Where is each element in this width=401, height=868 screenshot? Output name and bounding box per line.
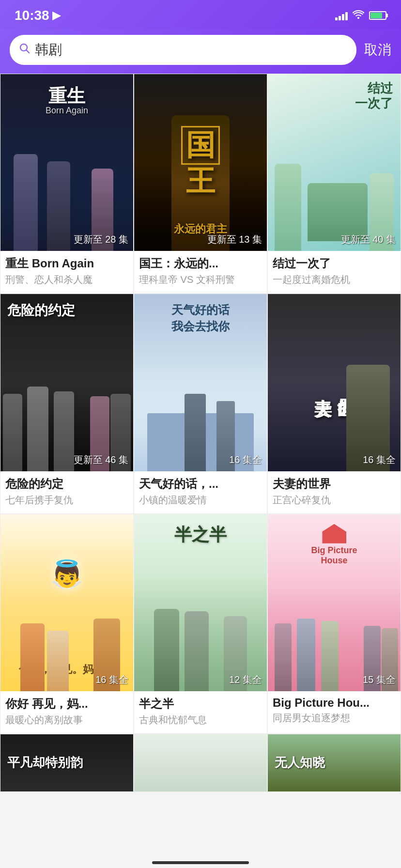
poster-1: 重生 Born Again 更新至 28 集 bbox=[0, 74, 133, 251]
wifi-icon bbox=[353, 10, 364, 21]
status-bar: 10:38 ▶ bbox=[0, 0, 401, 29]
drama-item-9[interactable]: Big Picture House 15 集全 Big Picture Hou.… bbox=[267, 514, 401, 734]
episode-badge-6: 16 集全 bbox=[363, 453, 396, 466]
info-6: 夫妻的世界 正宫心碎复仇 bbox=[268, 471, 401, 513]
drama-title-2: 国王：永远的... bbox=[139, 256, 262, 271]
drama-title-8: 半之半 bbox=[139, 696, 262, 712]
drama-item-6[interactable]: 夫妻的世界 16 集全 夫妻的世界 正宫心碎复仇 bbox=[267, 294, 401, 513]
search-input[interactable]: 韩剧 bbox=[35, 41, 347, 59]
episode-badge-4: 更新至 46 集 bbox=[74, 453, 128, 466]
search-input-wrapper[interactable]: 韩剧 bbox=[10, 35, 356, 65]
drama-title-1: 重生 Born Again bbox=[5, 256, 128, 271]
signal-bars bbox=[335, 11, 348, 20]
episode-badge-9: 15 集全 bbox=[363, 673, 396, 686]
svg-line-1 bbox=[27, 50, 30, 53]
drama-desc-1: 刑警、恋人和杀人魔 bbox=[5, 273, 128, 286]
scroll-indicator bbox=[152, 861, 249, 864]
drama-title-9: Big Picture Hou... bbox=[273, 696, 396, 710]
bottom-item-1[interactable]: 平凡却特别韵 bbox=[0, 734, 134, 792]
status-icons bbox=[335, 10, 386, 21]
poster-6: 夫妻的世界 16 集全 bbox=[268, 294, 401, 471]
bottom-title-1: 平凡却特别韵 bbox=[0, 734, 133, 791]
location-icon: ▶ bbox=[52, 9, 61, 22]
search-bar: 韩剧 取消 bbox=[0, 29, 401, 74]
bottom-title-3: 无人知晓 bbox=[268, 734, 401, 791]
drama-item-5[interactable]: 天气好的话我会去找你 16 集全 天气好的话，... 小镇的温暖爱情 bbox=[134, 294, 267, 513]
drama-desc-4: 七年后携手复仇 bbox=[5, 494, 128, 507]
drama-title-5: 天气好的话，... bbox=[139, 476, 262, 492]
drama-desc-6: 正宫心碎复仇 bbox=[273, 494, 396, 507]
episode-badge-3: 更新至 40 集 bbox=[341, 233, 396, 246]
episode-badge-8: 12 集全 bbox=[229, 673, 262, 686]
info-4: 危险的约定 七年后携手复仇 bbox=[0, 471, 133, 513]
info-1: 重生 Born Again 刑警、恋人和杀人魔 bbox=[0, 251, 133, 293]
drama-desc-5: 小镇的温暖爱情 bbox=[139, 494, 262, 507]
drama-item-8[interactable]: 半之半 12 集全 半之半 古典和忧郁气息 bbox=[134, 514, 267, 734]
drama-item-2[interactable]: 国王 永远的君主 更新至 13 集 国王：永远的... 理科皇帝 VS 文科刑警 bbox=[134, 74, 267, 294]
poster-8: 半之半 12 集全 bbox=[134, 514, 267, 691]
battery-icon bbox=[369, 11, 386, 20]
drama-grid: 重生 Born Again 更新至 28 集 重生 Born Again 刑警、… bbox=[0, 74, 401, 734]
episode-badge-5: 16 集全 bbox=[229, 453, 262, 466]
info-8: 半之半 古典和忧郁气息 bbox=[134, 691, 267, 733]
time-display: 10:38 bbox=[15, 8, 49, 23]
drama-desc-3: 一起度过离婚危机 bbox=[273, 273, 396, 286]
info-3: 结过一次了 一起度过离婚危机 bbox=[268, 251, 401, 293]
drama-item-7[interactable]: 👼 你好，再见。妈妈！ 16 集全 你好 再见，妈... 最暖心的离别故事 bbox=[0, 514, 134, 734]
info-2: 国王：永远的... 理科皇帝 VS 文科刑警 bbox=[134, 251, 267, 293]
cancel-button[interactable]: 取消 bbox=[364, 41, 391, 59]
info-7: 你好 再见，妈... 最暖心的离别故事 bbox=[0, 691, 133, 733]
drama-item-3[interactable]: 结过一次了 更新至 40 集 结过一次了 一起度过离婚危机 bbox=[267, 74, 401, 294]
drama-title-7: 你好 再见，妈... bbox=[5, 696, 128, 712]
drama-title-6: 夫妻的世界 bbox=[273, 476, 396, 492]
episode-badge-2: 更新至 13 集 bbox=[207, 233, 262, 246]
drama-desc-8: 古典和忧郁气息 bbox=[139, 713, 262, 727]
info-9: Big Picture Hou... 同居男女追逐梦想 bbox=[268, 691, 401, 731]
drama-desc-2: 理科皇帝 VS 文科刑警 bbox=[139, 273, 262, 286]
bottom-row: 平凡却特别韵 无人知晓 bbox=[0, 734, 401, 792]
poster-4: 危险的约定 更新至 46 集 bbox=[0, 294, 133, 471]
poster-5: 天气好的话我会去找你 16 集全 bbox=[134, 294, 267, 471]
poster-3: 结过一次了 更新至 40 集 bbox=[268, 74, 401, 251]
poster-2: 国王 永远的君主 更新至 13 集 bbox=[134, 74, 267, 251]
drama-desc-9: 同居男女追逐梦想 bbox=[273, 712, 396, 725]
episode-badge-7: 16 集全 bbox=[95, 673, 128, 686]
drama-title-4: 危险的约定 bbox=[5, 476, 128, 492]
drama-title-3: 结过一次了 bbox=[273, 256, 396, 271]
poster-7: 👼 你好，再见。妈妈！ 16 集全 bbox=[0, 514, 133, 691]
episode-badge-1: 更新至 28 集 bbox=[74, 233, 128, 246]
drama-item-4[interactable]: 危险的约定 更新至 46 集 危险的约定 七年后携手复仇 bbox=[0, 294, 134, 513]
status-time: 10:38 ▶ bbox=[15, 8, 61, 23]
search-icon bbox=[19, 43, 30, 57]
drama-item-1[interactable]: 重生 Born Again 更新至 28 集 重生 Born Again 刑警、… bbox=[0, 74, 134, 294]
bottom-item-3[interactable]: 无人知晓 bbox=[267, 734, 401, 792]
bottom-item-2[interactable] bbox=[134, 734, 267, 792]
info-5: 天气好的话，... 小镇的温暖爱情 bbox=[134, 471, 267, 513]
poster-9: Big Picture House 15 集全 bbox=[268, 514, 401, 691]
drama-desc-7: 最暖心的离别故事 bbox=[5, 713, 128, 727]
